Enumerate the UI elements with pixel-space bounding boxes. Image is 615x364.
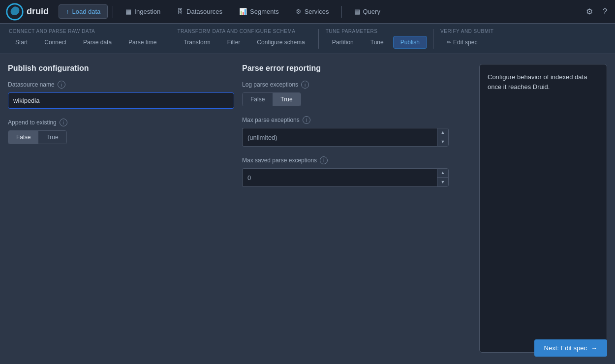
next-button[interactable]: Next: Edit spec → [534,339,607,357]
append-toggle-group: False True [8,130,67,144]
max-parse-exceptions-up[interactable]: ▲ [437,128,448,137]
max-parse-exceptions-label: Max parse exceptions i [242,116,471,124]
info-panel-text: Configure behavior of indexed data once … [488,73,587,91]
logo-text: druid [27,6,49,17]
nav-item-services[interactable]: ⚙ Services [288,4,337,19]
max-saved-parse-exceptions-label: Max saved parse exceptions i [242,156,471,164]
wizard-steps-tune: Partition Tune Publish [325,36,427,49]
wizard-steps-verify: ✏ Edit spec [439,36,493,49]
wizard-divider-3 [433,29,433,49]
wizard-step-partition[interactable]: Partition [325,36,361,49]
nav-separator-2 [341,6,342,18]
nav-item-label-ingestion: Ingestion [134,8,160,15]
nav-items: ↑ Load data ▦ Ingestion 🗄 Datasources 📊 … [59,4,584,19]
datasource-name-group: Datasource name i [8,81,234,109]
wizard-group-tune: Tune parameters Partition Tune Publish [325,29,427,49]
nav-separator-1 [113,6,113,18]
wizard-step-start[interactable]: Start [8,36,35,49]
append-to-existing-group: Append to existing i False True [8,119,234,144]
ingestion-icon: ▦ [125,8,131,15]
max-saved-parse-exceptions-input[interactable] [242,168,437,187]
top-nav: druid ↑ Load data ▦ Ingestion 🗄 Datasour… [0,0,615,24]
parse-error-panel: Parse error reporting Log parse exceptio… [242,64,471,353]
max-saved-parse-exceptions-group: Max saved parse exceptions i ▲ ▼ [242,156,471,187]
nav-item-query[interactable]: ▤ Query [347,4,388,19]
nav-item-ingestion[interactable]: ▦ Ingestion [118,4,168,19]
datasource-name-info-icon[interactable]: i [58,81,65,89]
log-parse-exceptions-label: Log parse exceptions i [242,81,471,89]
load-data-icon: ↑ [66,8,69,15]
max-saved-parse-exceptions-down[interactable]: ▼ [437,178,448,186]
datasources-icon: 🗄 [177,8,184,15]
info-panel: Configure behavior of indexed data once … [479,64,607,353]
max-saved-parse-exceptions-input-wrap: ▲ ▼ [242,168,449,187]
nav-item-label-segments: Segments [250,8,279,15]
max-parse-exceptions-input-wrap: ▲ ▼ [242,128,449,147]
max-parse-exceptions-info-icon[interactable]: i [303,116,310,124]
max-parse-exceptions-down[interactable]: ▼ [437,137,448,146]
append-to-existing-label: Append to existing i [8,119,234,126]
nav-item-label-datasources: Datasources [186,8,222,15]
max-saved-parse-exceptions-up[interactable]: ▲ [437,169,448,178]
nav-item-segments[interactable]: 📊 Segments [232,4,286,19]
wizard-divider-2 [318,29,319,49]
append-to-existing-info-icon[interactable]: i [60,119,67,126]
publish-config-title: Publish configuration [8,64,234,73]
log-true-btn[interactable]: True [273,93,300,106]
publish-config-panel: Publish configuration Datasource name i … [8,64,234,353]
query-icon: ▤ [354,8,360,15]
wizard-steps-connect: Start Connect Parse data Parse time [8,36,164,49]
wizard-group-connect: Connect and parse raw data Start Connect… [8,29,164,49]
nav-item-datasources[interactable]: 🗄 Datasources [170,4,230,19]
wizard-steps-transform: Transform Filter Configure schema [176,36,312,49]
next-button-label: Next: Edit spec [544,344,587,352]
datasource-name-label: Datasource name i [8,81,234,89]
log-false-btn[interactable]: False [243,93,273,106]
nav-item-label-load-data: Load data [72,8,101,15]
wizard-bar: Connect and parse raw data Start Connect… [0,24,615,54]
wizard-group-label-connect: Connect and parse raw data [8,29,164,34]
next-button-arrow: → [591,344,597,352]
log-parse-toggle-group: False True [242,92,301,106]
nav-right: ⚙ ? [584,5,609,18]
wizard-step-filter[interactable]: Filter [220,36,248,49]
logo-area: druid [6,3,49,21]
wizard-step-configure-schema[interactable]: Configure schema [249,36,312,49]
wizard-step-parse-data[interactable]: Parse data [76,36,119,49]
append-true-btn[interactable]: True [38,131,66,144]
max-saved-parse-exceptions-spinner: ▲ ▼ [437,168,449,187]
log-parse-exceptions-group: Log parse exceptions i False True [242,81,471,106]
wizard-step-parse-time[interactable]: Parse time [121,36,164,49]
wizard-step-connect[interactable]: Connect [37,36,74,49]
edit-icon: ✏ [447,39,451,46]
nav-item-label-services: Services [305,8,329,15]
settings-icon[interactable]: ⚙ [584,5,595,18]
wizard-step-edit-spec[interactable]: ✏ Edit spec [439,36,485,49]
max-saved-parse-exceptions-info-icon[interactable]: i [320,156,328,164]
wizard-group-verify: Verify and submit ✏ Edit spec [439,29,493,49]
wizard-divider-1 [170,29,170,49]
append-false-btn[interactable]: False [8,131,38,144]
nav-item-load-data[interactable]: ↑ Load data [59,4,108,19]
main-content: Publish configuration Datasource name i … [0,54,615,363]
bottom-bar: Next: Edit spec → [526,334,615,363]
wizard-group-label-tune: Tune parameters [325,29,427,34]
segments-icon: 📊 [239,8,247,15]
max-parse-exceptions-group: Max parse exceptions i ▲ ▼ [242,116,471,147]
wizard-group-label-verify: Verify and submit [439,29,493,34]
druid-logo [6,3,24,21]
wizard-group-transform: Transform data and configure schema Tran… [176,29,312,49]
wizard-step-tune[interactable]: Tune [363,36,391,49]
max-parse-exceptions-input[interactable] [242,128,437,147]
max-parse-exceptions-spinner: ▲ ▼ [437,128,449,147]
datasource-name-input[interactable] [8,92,234,109]
wizard-step-publish[interactable]: Publish [393,36,427,49]
help-icon[interactable]: ? [601,5,609,18]
parse-error-title: Parse error reporting [242,64,471,73]
wizard-step-transform[interactable]: Transform [176,36,217,49]
wizard-group-label-transform: Transform data and configure schema [176,29,312,34]
nav-item-label-query: Query [363,8,380,15]
log-parse-exceptions-info-icon[interactable]: i [301,81,309,89]
services-icon: ⚙ [296,8,302,15]
